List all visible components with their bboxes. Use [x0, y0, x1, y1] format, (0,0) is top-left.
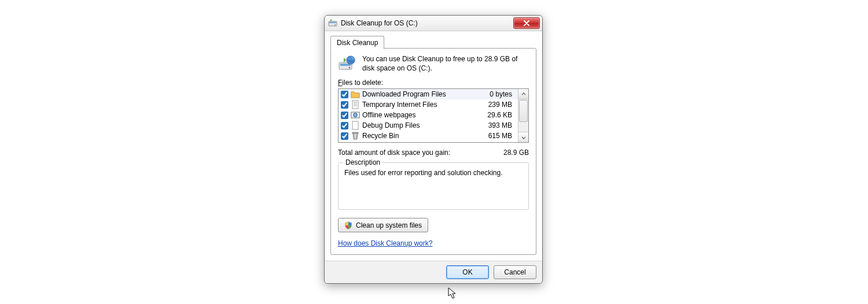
total-row: Total amount of disk space you gain: 28.…: [338, 149, 529, 157]
help-link[interactable]: How does Disk Cleanup work?: [338, 239, 432, 247]
file-icon: [351, 100, 360, 109]
clean-up-system-files-label: Clean up system files: [356, 221, 422, 229]
cursor-icon: [447, 287, 458, 300]
total-value: 28.9 GB: [503, 149, 529, 157]
list-item[interactable]: Offline webpages 29.6 KB: [339, 110, 518, 120]
item-size: 615 MB: [475, 132, 516, 140]
tabstrip: Disk Cleanup: [330, 36, 536, 49]
item-name: Offline webpages: [362, 111, 475, 119]
folder-icon: [351, 90, 360, 99]
description-text: Files used for error reporting and solut…: [344, 169, 523, 177]
titlebar[interactable]: Disk Cleanup for OS (C:): [325, 16, 542, 31]
item-name: Temporary Internet Files: [362, 101, 475, 109]
tab-panel: You can use Disk Cleanup to free up to 2…: [330, 48, 536, 255]
dialog-footer: OK Cancel: [325, 261, 542, 283]
drive-cleanup-icon: [338, 54, 356, 73]
close-icon: [524, 20, 529, 26]
recycle-bin-icon: [351, 131, 360, 140]
svg-rect-13: [352, 121, 358, 129]
svg-line-15: [354, 134, 355, 139]
close-button[interactable]: [513, 17, 540, 29]
item-size: 29.6 KB: [475, 111, 516, 119]
item-size: 0 bytes: [475, 90, 516, 98]
item-size: 393 MB: [475, 121, 516, 129]
window-title: Disk Cleanup for OS (C:): [341, 19, 513, 27]
info-text: You can use Disk Cleanup to free up to 2…: [362, 54, 529, 73]
list-item[interactable]: Recycle Bin 615 MB: [339, 131, 518, 141]
svg-rect-14: [352, 132, 358, 134]
scroll-thumb[interactable]: [519, 100, 528, 122]
scroll-up-button[interactable]: [518, 89, 528, 99]
svg-rect-1: [329, 22, 336, 23]
svg-rect-7: [352, 101, 358, 109]
scroll-down-button[interactable]: [518, 132, 528, 142]
clean-up-system-files-button[interactable]: Clean up system files: [338, 218, 428, 232]
item-name: Debug Dump Files: [362, 121, 475, 129]
item-name: Recycle Bin: [362, 132, 475, 140]
disk-cleanup-icon: [328, 18, 337, 28]
item-checkbox[interactable]: [341, 101, 348, 109]
tab-disk-cleanup[interactable]: Disk Cleanup: [330, 36, 384, 49]
disk-cleanup-dialog: Disk Cleanup for OS (C:) Disk Cleanup Yo…: [324, 15, 543, 284]
file-icon: [351, 121, 360, 130]
item-checkbox[interactable]: [341, 122, 348, 129]
description-group: Description Files used for error reporti…: [338, 162, 529, 210]
dialog-body: Disk Cleanup You can use Disk Cleanup to…: [325, 31, 542, 261]
files-listbox[interactable]: Downloaded Program Files 0 bytes Tempora…: [338, 88, 529, 143]
description-label: Description: [343, 158, 382, 166]
svg-line-16: [356, 134, 357, 139]
shield-icon: [344, 221, 352, 229]
item-checkbox[interactable]: [341, 132, 348, 140]
item-size: 239 MB: [475, 101, 516, 109]
list-item[interactable]: Downloaded Program Files 0 bytes: [339, 89, 518, 99]
item-checkbox[interactable]: [341, 112, 348, 119]
item-name: Downloaded Program Files: [362, 90, 475, 98]
chevron-up-icon: [521, 92, 526, 97]
chevron-down-icon: [521, 135, 526, 140]
scroll-track[interactable]: [518, 123, 528, 132]
globe-icon: [351, 110, 360, 120]
item-checkbox[interactable]: [341, 91, 348, 98]
total-label: Total amount of disk space you gain:: [338, 149, 503, 157]
list-item[interactable]: Temporary Internet Files 239 MB: [339, 99, 518, 110]
files-to-delete-label: Files to delete:: [338, 79, 529, 87]
scrollbar[interactable]: [518, 89, 528, 142]
list-item[interactable]: Debug Dump Files 393 MB: [339, 120, 518, 131]
files-list: Downloaded Program Files 0 bytes Tempora…: [339, 89, 518, 142]
svg-point-5: [349, 67, 351, 69]
cancel-button[interactable]: Cancel: [494, 265, 536, 279]
info-row: You can use Disk Cleanup to free up to 2…: [338, 54, 529, 73]
svg-point-2: [334, 24, 336, 25]
ok-button[interactable]: OK: [446, 265, 489, 279]
